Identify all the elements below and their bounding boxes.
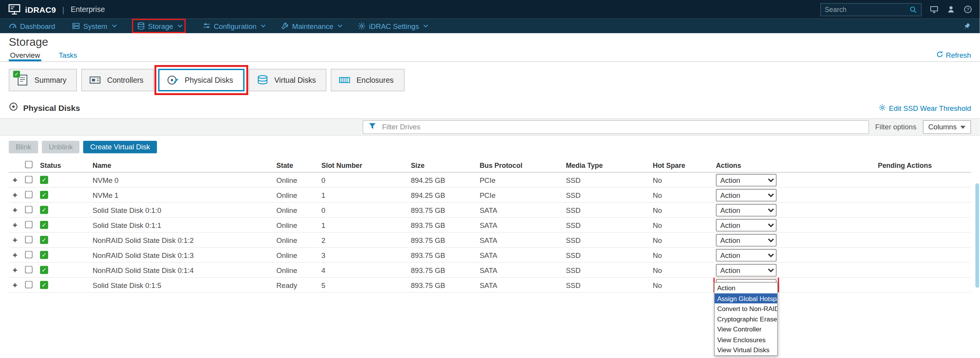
card-virtual-disks[interactable]: Virtual Disks [249, 69, 326, 92]
cell-expand [9, 217, 23, 233]
cell-actions: Action [713, 217, 875, 233]
cell-actions: Action [713, 263, 875, 278]
action-menu-item[interactable]: View Virtual Disks [715, 345, 777, 355]
cell-pending-actions [875, 217, 971, 233]
edit-ssd-wear-threshold-link[interactable]: Edit SSD Wear Threshold [878, 104, 971, 112]
action-menu-item[interactable]: View Controller [715, 324, 777, 335]
card-controllers[interactable]: Controllers [82, 69, 154, 92]
action-menu-item[interactable]: Convert to Non-RAID [715, 303, 777, 314]
expand-row-icon[interactable] [11, 175, 19, 184]
action-select[interactable]: Action [716, 174, 777, 186]
expand-row-icon[interactable] [11, 190, 19, 199]
filter-drives-box [363, 120, 869, 134]
action-select[interactable]: Action [716, 219, 777, 231]
table-header-row: Status Name State Slot Number Size Bus P… [9, 158, 971, 172]
refresh-label: Refresh [946, 51, 971, 59]
header-expand [9, 158, 23, 172]
cell-state: Online [274, 202, 319, 217]
card-summary[interactable]: Summary [9, 69, 77, 92]
search-input[interactable] [825, 6, 905, 13]
cell-hot-spare: No [650, 263, 713, 278]
scrollbar-thumb[interactable] [975, 183, 979, 288]
create-virtual-disk-button[interactable]: Create Virtual Disk [83, 141, 157, 154]
row-checkbox[interactable] [25, 221, 33, 228]
user-icon[interactable] [947, 5, 955, 14]
header-slot-number: Slot Number [319, 158, 408, 172]
cell-media-type: SSD [563, 248, 650, 263]
expand-row-icon[interactable] [11, 280, 19, 289]
cell-pending-actions [875, 233, 971, 248]
expand-row-icon[interactable] [11, 220, 19, 229]
card-enclosures[interactable]: Enclosures [331, 69, 404, 92]
cell-pending-actions [875, 278, 971, 293]
cell-checkbox [23, 248, 38, 263]
cell-hot-spare: No [650, 233, 713, 248]
chevron-down-icon [178, 23, 182, 27]
cell-name: NVMe 1 [90, 187, 274, 202]
expand-row-icon[interactable] [11, 235, 19, 244]
row-checkbox[interactable] [25, 236, 33, 243]
card-physical-disks[interactable]: Physical Disks [159, 69, 244, 92]
row-checkbox[interactable] [25, 191, 33, 198]
row-checkbox[interactable] [25, 176, 33, 183]
row-checkbox[interactable] [25, 281, 33, 288]
row-checkbox[interactable] [25, 206, 33, 213]
action-select[interactable]: Action [716, 264, 777, 276]
header-hot-spare: Hot Spare [650, 158, 713, 172]
cell-expand [9, 187, 23, 202]
section-title: Physical Disks [23, 103, 80, 112]
cell-name: NonRAID Solid State Disk 0:1:2 [90, 233, 274, 248]
action-menu-item[interactable]: View Enclosures [715, 335, 777, 345]
disk-toolbar: Blink Unblink Create Virtual Disk [0, 136, 980, 157]
action-select[interactable]: Action [716, 234, 777, 246]
cell-status [38, 278, 90, 293]
help-icon[interactable]: ? [963, 5, 972, 14]
nav-maintenance[interactable]: Maintenance [281, 19, 341, 33]
console-icon[interactable] [930, 5, 938, 14]
filter-funnel-icon [368, 121, 376, 132]
action-menu-item[interactable]: Cryptographic Erase [715, 314, 777, 324]
nav-storage[interactable]: Storage [132, 19, 185, 33]
cell-state: Online [274, 248, 319, 263]
status-ok-icon [40, 266, 48, 274]
filter-drives-input[interactable] [382, 123, 863, 131]
chevron-down-icon [424, 23, 428, 27]
action-select[interactable]: Action [716, 249, 777, 261]
card-label: Summary [34, 76, 66, 85]
action-menu-item[interactable]: Action [715, 283, 777, 293]
nav-configuration[interactable]: Configuration [202, 19, 264, 33]
cell-bus-protocol: SATA [477, 263, 563, 278]
cell-actions: Action [713, 172, 875, 187]
idrac-logo-icon [8, 3, 21, 16]
columns-button[interactable]: Columns [923, 120, 971, 134]
tab-tasks[interactable]: Tasks [57, 50, 78, 61]
search-icon[interactable] [909, 5, 917, 13]
blink-button[interactable]: Blink [9, 141, 38, 154]
pin-icon[interactable] [963, 22, 971, 30]
nav-dashboard[interactable]: Dashboard [9, 19, 55, 33]
row-checkbox[interactable] [25, 266, 33, 273]
action-menu-item[interactable]: Assign Global Hotspare [715, 293, 777, 303]
expand-row-icon[interactable] [11, 250, 19, 259]
tab-overview[interactable]: Overview [9, 50, 41, 61]
row-checkbox[interactable] [25, 251, 33, 258]
summary-icon [16, 74, 29, 87]
search-box [820, 3, 922, 16]
table-row: Solid State Disk 0:1:5 Ready 5 893.75 GB… [9, 278, 971, 293]
tab-bar: Overview Tasks Refresh [0, 49, 980, 62]
disk-icon [9, 102, 18, 114]
header-status: Status [38, 158, 90, 172]
nav-system[interactable]: System [72, 19, 115, 33]
action-select[interactable]: Action [716, 204, 777, 216]
unblink-button[interactable]: Unblink [42, 141, 80, 154]
nav-idrac-settings[interactable]: iDRAC Settings [358, 19, 427, 33]
filter-options-link[interactable]: Filter options [875, 123, 917, 131]
refresh-button[interactable]: Refresh [936, 51, 971, 62]
cell-state: Online [274, 233, 319, 248]
expand-row-icon[interactable] [11, 205, 19, 214]
expand-row-icon[interactable] [11, 265, 19, 274]
cell-state: Online [274, 263, 319, 278]
action-select[interactable]: Action [716, 189, 777, 201]
select-all-checkbox[interactable] [25, 161, 33, 169]
edit-link-label: Edit SSD Wear Threshold [889, 104, 971, 112]
